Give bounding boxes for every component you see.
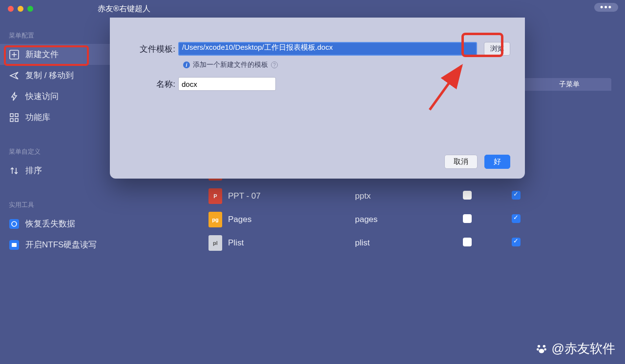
svg-point-15 bbox=[544, 348, 546, 350]
sidebar-item-label: 恢复丢失数据 bbox=[25, 218, 75, 229]
sidebar-item-new-file[interactable]: 新建文件 bbox=[0, 44, 112, 65]
svg-rect-7 bbox=[9, 219, 19, 229]
info-icon: i bbox=[183, 61, 190, 68]
sidebar-item-label: 新建文件 bbox=[25, 49, 59, 60]
svg-rect-6 bbox=[15, 119, 18, 121]
sidebar-item-sort[interactable]: 排序 bbox=[0, 160, 112, 181]
sidebar-item-ntfs[interactable]: 开启NTFS硬盘读写 bbox=[0, 234, 112, 255]
path-label: 文件模板: bbox=[125, 43, 178, 55]
file-type-icon: pl bbox=[208, 235, 222, 251]
checkbox-submenu[interactable] bbox=[482, 191, 550, 202]
browse-button[interactable]: 浏览 bbox=[484, 42, 510, 56]
table-row[interactable]: pgPagespages bbox=[198, 208, 611, 231]
add-template-dialog: 文件模板: /Users/xcode10/Desktop/工作日报表模板.doc… bbox=[110, 18, 525, 179]
bolt-icon bbox=[9, 91, 20, 102]
grid-icon bbox=[9, 112, 20, 123]
svg-rect-5 bbox=[10, 119, 13, 121]
plus-box-icon bbox=[9, 49, 20, 60]
ok-button[interactable]: 好 bbox=[484, 155, 510, 169]
sort-icon bbox=[9, 165, 20, 176]
checkbox-enable[interactable] bbox=[453, 238, 482, 249]
path-input[interactable]: /Users/xcode10/Desktop/工作日报表模板.docx bbox=[178, 42, 477, 56]
svg-point-13 bbox=[542, 344, 545, 347]
file-extension: pages bbox=[355, 215, 453, 224]
sidebar-item-recover[interactable]: 恢复丢失数据 bbox=[0, 213, 112, 234]
section-header: 菜单自定义 bbox=[9, 147, 112, 156]
svg-rect-4 bbox=[15, 114, 18, 117]
titlebar: 赤友®右键超人 ••• bbox=[0, 0, 625, 18]
svg-point-16 bbox=[539, 349, 544, 353]
sidebar-item-label: 排序 bbox=[25, 165, 42, 176]
sidebar-item-label: 功能库 bbox=[25, 112, 50, 123]
checkbox-enable[interactable] bbox=[453, 191, 482, 202]
name-input[interactable] bbox=[178, 77, 276, 91]
minimize-window-icon[interactable] bbox=[18, 6, 23, 12]
more-button[interactable]: ••• bbox=[594, 3, 618, 12]
watermark: @赤友软件 bbox=[535, 340, 615, 357]
section-header: 实用工具 bbox=[9, 201, 112, 209]
cancel-button[interactable]: 取消 bbox=[444, 155, 478, 169]
sidebar-item-quick-access[interactable]: 快速访问 bbox=[0, 86, 112, 107]
ntfs-icon bbox=[9, 240, 20, 250]
sidebar: 菜单配置 新建文件 复制 / 移动到 快速访问 功能库 菜单自定义 排序 实用工… bbox=[0, 24, 112, 255]
sidebar-item-label: 复制 / 移动到 bbox=[25, 70, 74, 81]
sidebar-item-library[interactable]: 功能库 bbox=[0, 107, 112, 128]
app-title: 赤友®右键超人 bbox=[98, 4, 150, 14]
name-label: 名称: bbox=[125, 79, 178, 90]
sidebar-item-copy-move[interactable]: 复制 / 移动到 bbox=[0, 65, 112, 86]
svg-rect-10 bbox=[12, 243, 17, 247]
hint-text: 添加一个新建文件的模板 bbox=[193, 61, 268, 69]
svg-rect-3 bbox=[10, 114, 13, 117]
checkbox-enable[interactable] bbox=[453, 214, 482, 225]
help-icon[interactable]: ? bbox=[271, 61, 278, 68]
paw-icon bbox=[535, 343, 548, 355]
file-type-name: Pages bbox=[228, 215, 355, 224]
checkbox-submenu[interactable] bbox=[482, 214, 550, 225]
hint-row: i 添加一个新建文件的模板 ? bbox=[183, 61, 510, 69]
recover-icon bbox=[9, 219, 20, 229]
section-header: 菜单配置 bbox=[9, 31, 112, 40]
file-extension: plist bbox=[355, 238, 453, 248]
svg-point-12 bbox=[537, 344, 540, 347]
file-type-icon: pg bbox=[208, 212, 222, 227]
table-row[interactable]: PPPT - 07pptx bbox=[198, 184, 611, 208]
maximize-window-icon[interactable] bbox=[27, 6, 33, 12]
send-icon bbox=[9, 70, 20, 81]
close-window-icon[interactable] bbox=[8, 6, 14, 12]
sidebar-item-label: 快速访问 bbox=[25, 91, 59, 102]
table-row[interactable]: plPlistplist bbox=[198, 231, 611, 255]
checkbox-submenu[interactable] bbox=[482, 238, 550, 249]
column-header-submenu: 子菜单 bbox=[538, 80, 611, 89]
file-type-icon: P bbox=[208, 188, 222, 204]
svg-point-14 bbox=[537, 348, 539, 350]
file-type-name: PPT - 07 bbox=[228, 191, 355, 201]
file-type-name: Plist bbox=[228, 238, 355, 248]
file-extension: pptx bbox=[355, 191, 453, 201]
sidebar-item-label: 开启NTFS硬盘读写 bbox=[25, 239, 97, 250]
window-controls bbox=[8, 6, 33, 12]
